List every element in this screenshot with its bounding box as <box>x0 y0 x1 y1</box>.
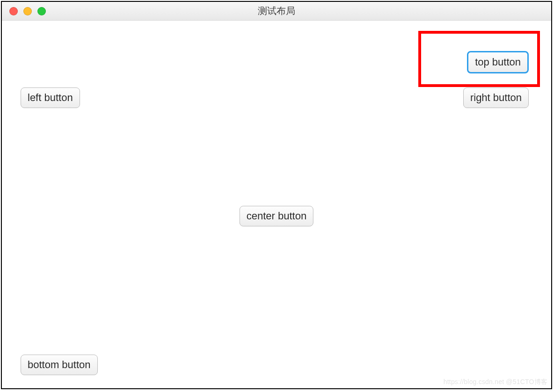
window-zoom-icon[interactable] <box>37 7 46 15</box>
window-title: 测试布局 <box>258 5 295 17</box>
content-area: top button left button right button cent… <box>2 21 551 388</box>
left-button[interactable]: left button <box>21 87 80 108</box>
right-button[interactable]: right button <box>463 87 529 108</box>
bottom-button[interactable]: bottom button <box>21 355 98 375</box>
watermark-text: https://blog.csdn.net @51CTO博客 <box>444 378 547 386</box>
center-button[interactable]: center button <box>240 206 313 226</box>
title-bar: 测试布局 <box>2 2 551 21</box>
window-minimize-icon[interactable] <box>23 7 32 15</box>
window-close-icon[interactable] <box>9 7 18 15</box>
window-frame: 测试布局 top button left button right button… <box>1 1 552 389</box>
traffic-lights <box>2 7 46 15</box>
top-button[interactable]: top button <box>467 51 529 73</box>
